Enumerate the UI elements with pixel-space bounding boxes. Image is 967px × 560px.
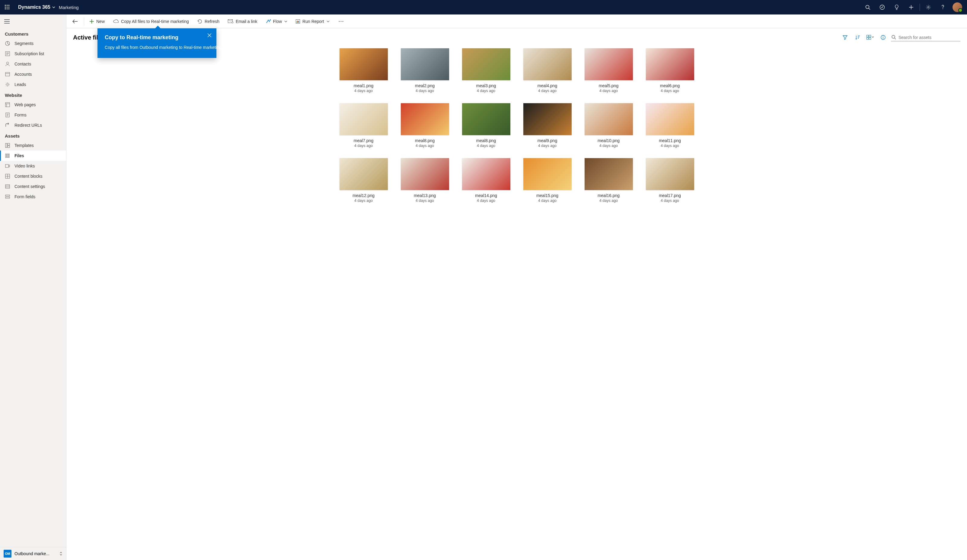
- help-button[interactable]: [936, 0, 950, 15]
- file-card[interactable]: meal9.png4 days ago: [520, 103, 575, 148]
- report-icon: [296, 19, 300, 23]
- svg-rect-32: [5, 195, 10, 196]
- file-card[interactable]: meal17.png4 days ago: [642, 158, 698, 203]
- file-card[interactable]: meal15.png4 days ago: [520, 158, 575, 203]
- file-thumbnail: [584, 158, 633, 190]
- file-card[interactable]: meal4.png4 days ago: [520, 48, 575, 93]
- file-name: meal1.png: [354, 83, 373, 88]
- area-switcher[interactable]: OM Outbound marke...: [0, 547, 66, 560]
- info-button[interactable]: [878, 33, 888, 42]
- file-thumbnail: [340, 158, 388, 190]
- nav-item-label: Leads: [15, 82, 26, 87]
- nav-item-video-links[interactable]: Video links: [0, 161, 66, 171]
- redirect-icon: [5, 122, 10, 128]
- file-card[interactable]: meal10.png4 days ago: [581, 103, 637, 148]
- flow-icon: [266, 19, 271, 23]
- svg-rect-39: [299, 21, 299, 23]
- file-date: 4 days ago: [477, 143, 495, 148]
- file-date: 4 days ago: [538, 143, 556, 148]
- asset-search[interactable]: [891, 34, 960, 41]
- asset-search-input[interactable]: [898, 35, 960, 40]
- nav-item-subscription-list[interactable]: Subscription list: [0, 49, 66, 59]
- svg-rect-46: [869, 38, 871, 40]
- svg-rect-0: [5, 5, 6, 6]
- product-switcher[interactable]: Dynamics 365: [15, 5, 57, 10]
- file-card[interactable]: meal2.png4 days ago: [397, 48, 453, 93]
- settings-icon: [5, 184, 10, 189]
- file-card[interactable]: meal3.png4 days ago: [458, 48, 514, 93]
- new-button[interactable]: New: [86, 15, 108, 28]
- collapse-nav-button[interactable]: [0, 15, 66, 28]
- file-card[interactable]: meal6.png4 days ago: [642, 48, 698, 93]
- svg-rect-8: [8, 8, 9, 9]
- svg-point-18: [7, 84, 8, 86]
- user-avatar[interactable]: [952, 2, 962, 12]
- global-search-button[interactable]: [860, 0, 875, 15]
- sort-button[interactable]: [853, 33, 863, 42]
- view-switch-button[interactable]: [866, 33, 875, 42]
- assistant-button[interactable]: [889, 0, 904, 15]
- nav-item-forms[interactable]: Forms: [0, 110, 66, 120]
- file-card[interactable]: meal8.png4 days ago: [397, 103, 453, 148]
- nav-item-content-settings[interactable]: Content settings: [0, 181, 66, 192]
- svg-rect-22: [8, 143, 10, 145]
- updown-icon: [59, 552, 63, 556]
- file-card[interactable]: meal12.png4 days ago: [336, 158, 391, 203]
- file-thumbnail: [462, 158, 510, 190]
- file-card[interactable]: meal14.png4 days ago: [458, 158, 514, 203]
- file-thumbnail: [646, 103, 694, 135]
- email-link-button[interactable]: Email a link: [224, 15, 261, 28]
- file-date: 4 days ago: [599, 199, 618, 203]
- file-card[interactable]: meal7.png4 days ago: [336, 103, 391, 148]
- add-button[interactable]: [904, 0, 918, 15]
- forms-icon: [5, 112, 10, 118]
- refresh-button[interactable]: Refresh: [194, 15, 223, 28]
- nav-item-templates[interactable]: Templates: [0, 140, 66, 151]
- file-card[interactable]: meal8.png4 days ago: [458, 103, 514, 148]
- file-card[interactable]: meal11.png4 days ago: [642, 103, 698, 148]
- svg-point-13: [942, 8, 943, 9]
- copy-all-button[interactable]: Copy All files to Real-time marketing Co…: [110, 15, 193, 28]
- svg-point-12: [928, 7, 929, 8]
- nav-item-accounts[interactable]: Accounts: [0, 69, 66, 79]
- more-commands-button[interactable]: [334, 15, 348, 28]
- back-button[interactable]: [68, 15, 82, 28]
- callout-close-button[interactable]: [207, 33, 211, 38]
- file-name: meal10.png: [597, 138, 620, 143]
- nav-item-form-fields[interactable]: Form fields: [0, 192, 66, 202]
- nav-item-leads[interactable]: Leads: [0, 79, 66, 90]
- info-icon: [881, 35, 886, 40]
- area-badge: OM: [3, 550, 12, 558]
- refresh-icon: [197, 19, 202, 24]
- nav-item-redirect-urls[interactable]: Redirect URLs: [0, 120, 66, 130]
- search-icon: [891, 35, 896, 40]
- nav-item-content-blocks[interactable]: Content blocks: [0, 171, 66, 181]
- contacts-icon: [5, 61, 10, 67]
- svg-rect-45: [867, 38, 869, 40]
- nav-item-label: Redirect URLs: [15, 123, 42, 128]
- file-card[interactable]: meal5.png4 days ago: [581, 48, 637, 93]
- filter-button[interactable]: [840, 33, 850, 42]
- file-date: 4 days ago: [538, 199, 556, 203]
- file-date: 4 days ago: [599, 89, 618, 93]
- file-name: meal7.png: [354, 138, 373, 143]
- blocks-icon: [5, 173, 10, 179]
- task-button[interactable]: [875, 0, 889, 15]
- file-card[interactable]: meal16.png4 days ago: [581, 158, 637, 203]
- file-name: meal15.png: [536, 193, 558, 198]
- settings-button[interactable]: [921, 0, 936, 15]
- app-launcher-button[interactable]: [0, 0, 15, 15]
- file-date: 4 days ago: [354, 143, 373, 148]
- flow-button[interactable]: Flow: [262, 15, 291, 28]
- svg-rect-17: [5, 72, 10, 76]
- svg-point-42: [342, 21, 343, 22]
- nav-item-files[interactable]: Files: [0, 151, 66, 161]
- nav-item-contacts[interactable]: Contacts: [0, 59, 66, 69]
- svg-rect-29: [5, 184, 10, 188]
- nav-item-segments[interactable]: Segments: [0, 38, 66, 49]
- nav-item-web-pages[interactable]: Web pages: [0, 100, 66, 110]
- svg-line-10: [869, 8, 870, 10]
- file-card[interactable]: meal13.png4 days ago: [397, 158, 453, 203]
- file-card[interactable]: meal1.png4 days ago: [336, 48, 391, 93]
- run-report-button[interactable]: Run Report: [292, 15, 333, 28]
